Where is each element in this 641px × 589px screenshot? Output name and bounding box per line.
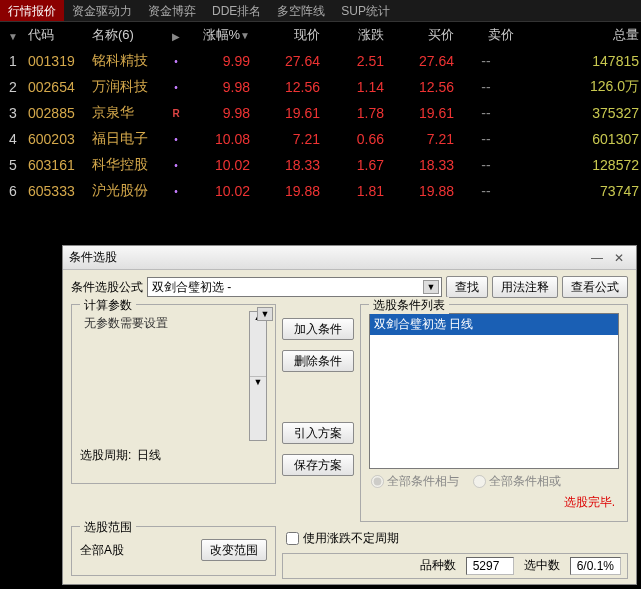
chevron-down-icon[interactable]: ▼ <box>423 280 439 294</box>
bid-cell: 12.56 <box>386 74 456 100</box>
pct-cell: 9.98 <box>186 74 252 100</box>
chevron-down-icon[interactable]: ▼ <box>257 307 273 321</box>
chg-cell: 1.14 <box>322 74 386 100</box>
row-index: 3 <box>0 100 26 126</box>
variable-period-checkbox[interactable] <box>286 532 299 545</box>
row-index: 1 <box>0 48 26 74</box>
tab-dde[interactable]: DDE排名 <box>204 0 269 21</box>
bid-cell: 27.64 <box>386 48 456 74</box>
condition-dialog: 条件选股 — ✕ 条件选股公式 双剑合璧初选 - ▼ 查找 用法注释 查看公式 … <box>62 245 637 585</box>
tab-fund-drive[interactable]: 资金驱动力 <box>64 0 140 21</box>
radio-and[interactable]: 全部条件相与 <box>371 473 459 490</box>
tab-long-short[interactable]: 多空阵线 <box>269 0 333 21</box>
col-chg[interactable]: 涨跌 <box>322 22 386 48</box>
change-range-button[interactable]: 改变范围 <box>201 539 267 561</box>
param-spinner[interactable]: ▲ ▼ <box>249 311 267 441</box>
stock-name: 科华控股 <box>90 152 166 178</box>
period-value: 日线 <box>137 448 161 462</box>
price-cell: 7.21 <box>252 126 322 152</box>
spin-up-icon[interactable]: ▲ <box>250 312 266 377</box>
stock-table: ▼ 代码 名称(6) ▶ 涨幅%▼ 现价 涨跌 买价 卖价 总量 1001319… <box>0 22 641 204</box>
menu-arrow-icon[interactable]: ▼ <box>8 31 18 42</box>
table-row[interactable]: 4600203福日电子•10.087.210.667.21--601307 <box>0 126 641 152</box>
hit-label: 选中数 <box>524 557 560 575</box>
pct-cell: 10.08 <box>186 126 252 152</box>
param-fieldset: 计算参数 无参数需要设置 ▲ ▼ 选股周期: 日线 ▼ <box>71 304 276 484</box>
tab-quote[interactable]: 行情报价 <box>0 0 64 21</box>
formula-select[interactable]: 双剑合璧初选 - ▼ <box>147 277 442 297</box>
col-name[interactable]: 名称(6) <box>90 22 166 48</box>
stock-code: 603161 <box>26 152 90 178</box>
table-row[interactable]: 1001319铭科精技•9.9927.642.5127.64--147815 <box>0 48 641 74</box>
formula-value: 双剑合璧初选 - <box>152 279 231 296</box>
dialog-titlebar[interactable]: 条件选股 — ✕ <box>63 246 636 270</box>
price-cell: 19.61 <box>252 100 322 126</box>
row-index: 6 <box>0 178 26 204</box>
delete-condition-button[interactable]: 删除条件 <box>282 350 354 372</box>
flag-cell: • <box>166 152 186 178</box>
stock-name: 铭科精技 <box>90 48 166 74</box>
minimize-icon[interactable]: — <box>586 251 608 265</box>
usage-button[interactable]: 用法注释 <box>492 276 558 298</box>
range-text: 全部A股 <box>80 542 124 559</box>
chg-cell: 2.51 <box>322 48 386 74</box>
spin-down-icon[interactable]: ▼ <box>250 377 266 441</box>
close-icon[interactable]: ✕ <box>608 251 630 265</box>
count-value: 5297 <box>466 557 514 575</box>
radio-or[interactable]: 全部条件相或 <box>473 473 561 490</box>
view-formula-button[interactable]: 查看公式 <box>562 276 628 298</box>
flag-cell: • <box>166 74 186 100</box>
flag-arrow-icon[interactable]: ▶ <box>172 31 180 42</box>
table-header-row: ▼ 代码 名称(6) ▶ 涨幅%▼ 现价 涨跌 买价 卖价 总量 <box>0 22 641 48</box>
save-plan-button[interactable]: 保存方案 <box>282 454 354 476</box>
vol-cell: 73747 <box>516 178 641 204</box>
col-ask[interactable]: 卖价 <box>456 22 516 48</box>
range-legend: 选股范围 <box>80 519 136 536</box>
tab-bar: 行情报价 资金驱动力 资金博弈 DDE排名 多空阵线 SUP统计 <box>0 0 641 22</box>
period-select[interactable]: 日线 ▼ <box>137 447 267 464</box>
dot-flag-icon: • <box>174 186 178 197</box>
add-condition-button[interactable]: 加入条件 <box>282 318 354 340</box>
vol-cell: 128572 <box>516 152 641 178</box>
chg-cell: 1.78 <box>322 100 386 126</box>
pct-cell: 9.98 <box>186 100 252 126</box>
flag-cell: • <box>166 126 186 152</box>
load-plan-button[interactable]: 引入方案 <box>282 422 354 444</box>
pct-cell: 10.02 <box>186 178 252 204</box>
chg-cell: 0.66 <box>322 126 386 152</box>
col-price[interactable]: 现价 <box>252 22 322 48</box>
stock-code: 605333 <box>26 178 90 204</box>
table-row[interactable]: 6605333沪光股份•10.0219.881.8119.88--73747 <box>0 178 641 204</box>
done-text: 选股完毕. <box>369 494 619 513</box>
flag-cell: • <box>166 178 186 204</box>
stock-name: 沪光股份 <box>90 178 166 204</box>
stock-name: 万润科技 <box>90 74 166 100</box>
dialog-title: 条件选股 <box>69 249 586 266</box>
col-bid[interactable]: 买价 <box>386 22 456 48</box>
col-vol[interactable]: 总量 <box>516 22 641 48</box>
dot-flag-icon: • <box>174 82 178 93</box>
row-index: 4 <box>0 126 26 152</box>
radio-and-input[interactable] <box>371 475 384 488</box>
ask-cell: -- <box>456 178 516 204</box>
col-code[interactable]: 代码 <box>26 22 90 48</box>
ask-cell: -- <box>456 152 516 178</box>
stock-name: 福日电子 <box>90 126 166 152</box>
col-pct[interactable]: 涨幅%▼ <box>186 22 252 48</box>
vol-cell: 375327 <box>516 100 641 126</box>
find-button[interactable]: 查找 <box>446 276 488 298</box>
tab-fund-fight[interactable]: 资金博弈 <box>140 0 204 21</box>
price-cell: 27.64 <box>252 48 322 74</box>
table-row[interactable]: 5603161科华控股•10.0218.331.6718.33--128572 <box>0 152 641 178</box>
list-item[interactable]: 双剑合璧初选 日线 <box>370 314 618 335</box>
radio-or-input[interactable] <box>473 475 486 488</box>
stock-code: 002885 <box>26 100 90 126</box>
flag-cell: R <box>166 100 186 126</box>
table-row[interactable]: 3002885京泉华R9.9819.611.7819.61--375327 <box>0 100 641 126</box>
condition-listbox[interactable]: 双剑合璧初选 日线 <box>369 313 619 469</box>
r-flag-icon: R <box>172 108 179 119</box>
table-row[interactable]: 2002654万润科技•9.9812.561.1412.56--126.0万 <box>0 74 641 100</box>
bid-cell: 18.33 <box>386 152 456 178</box>
stock-code: 001319 <box>26 48 90 74</box>
tab-sup[interactable]: SUP统计 <box>333 0 398 21</box>
